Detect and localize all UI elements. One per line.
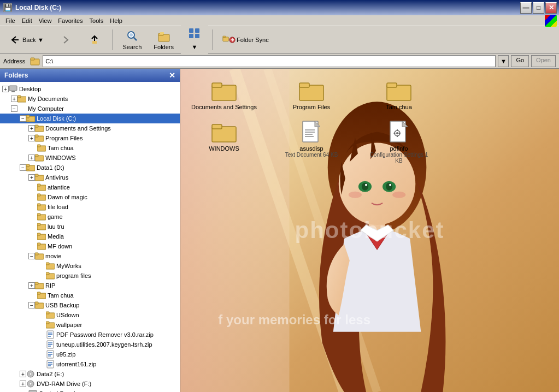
tree-expander-my-documents[interactable]: + bbox=[11, 96, 17, 102]
menu-tools[interactable]: Tools bbox=[86, 16, 107, 25]
tree-item-tuneup[interactable]: tuneup.utilities.2007.keygen-tsrh.zip bbox=[0, 340, 180, 349]
folder-sync-button[interactable]: Folder Sync bbox=[217, 31, 274, 49]
tree-item-tam-chua-d[interactable]: Tam chua bbox=[0, 290, 180, 300]
tree-item-mf-down[interactable]: MF down bbox=[0, 241, 180, 251]
svg-rect-1 bbox=[92, 41, 97, 44]
tree-item-dvd-ram-f[interactable]: +DVD-RAM Drive (F:) bbox=[0, 379, 180, 389]
tree-expander-dvd-ram-f[interactable]: + bbox=[20, 381, 26, 387]
tree-item-movie[interactable]: −movie bbox=[0, 251, 180, 261]
content-row-2: WINDOWS asusdisp bbox=[191, 121, 548, 164]
tree-item-my-documents[interactable]: +My Documents bbox=[0, 94, 180, 104]
tree-item-pdf-password[interactable]: PDF Password Remover v3.0.rar.zip bbox=[0, 330, 180, 340]
open-button[interactable]: Open bbox=[531, 55, 556, 67]
svg-text:C:: C: bbox=[27, 118, 30, 121]
tree-expander-movie[interactable]: − bbox=[28, 253, 35, 259]
maximize-button[interactable]: □ bbox=[533, 2, 544, 14]
tree-icon-wallpaper bbox=[46, 320, 55, 329]
tree-expander-usdown bbox=[37, 311, 46, 319]
tree-item-usb-backup[interactable]: −USB Backup bbox=[0, 300, 180, 310]
svg-rect-42 bbox=[37, 204, 40, 206]
menu-view[interactable]: View bbox=[36, 16, 55, 25]
svg-rect-50 bbox=[37, 243, 40, 245]
tree-expander-windows[interactable]: + bbox=[28, 155, 35, 161]
tree-item-utorrent[interactable]: utorrent161.zip bbox=[0, 359, 180, 369]
docs-settings-label: Documents and Settings bbox=[191, 104, 257, 110]
tree-expander-my-computer[interactable]: − bbox=[11, 105, 17, 112]
tree-item-u95zip[interactable]: u95.zip bbox=[0, 349, 180, 359]
tree-label-luu-tru: luu tru bbox=[48, 223, 64, 230]
tree-item-program-files-d[interactable]: program files bbox=[0, 271, 180, 281]
tree-item-program-files[interactable]: +Program Files bbox=[0, 133, 180, 143]
menu-bar: File Edit View Favorites Tools Help bbox=[0, 15, 559, 26]
back-dropdown[interactable]: ▼ bbox=[37, 29, 44, 50]
svg-rect-27 bbox=[35, 135, 38, 137]
back-button[interactable]: Back ▼ bbox=[3, 27, 49, 52]
tree-item-data1-d[interactable]: −C:Data1 (D:) bbox=[0, 163, 180, 173]
tree-expander-data2-e[interactable]: + bbox=[20, 371, 26, 377]
tree-item-windows[interactable]: +WINDOWS bbox=[0, 153, 180, 163]
program-files-item[interactable]: Program Files bbox=[279, 80, 344, 110]
go-button[interactable]: Go bbox=[511, 55, 529, 67]
search-button[interactable]: Search bbox=[117, 27, 146, 52]
tree-item-myworks[interactable]: MyWorks bbox=[0, 261, 180, 271]
menu-help[interactable]: Help bbox=[107, 16, 126, 25]
minimize-button[interactable]: — bbox=[520, 2, 532, 14]
tree-expander-antivirus[interactable]: + bbox=[28, 174, 35, 181]
up-button[interactable] bbox=[81, 31, 108, 49]
tree-expander-tam-chua-d bbox=[28, 291, 37, 300]
menu-file[interactable]: File bbox=[2, 16, 19, 25]
forward-button[interactable] bbox=[51, 31, 79, 49]
folders-tree[interactable]: +Desktop+My Documents−My Computer−C:Loca… bbox=[0, 82, 180, 392]
tree-icon-tuneup bbox=[46, 340, 55, 349]
tree-item-usdown[interactable]: USdown bbox=[0, 310, 180, 320]
tree-item-dawn-of-magic[interactable]: Dawn of magic bbox=[0, 192, 180, 202]
close-button[interactable]: ✕ bbox=[545, 2, 557, 14]
tree-item-rip[interactable]: +RIP bbox=[0, 281, 180, 290]
tree-item-docs-and-settings[interactable]: +Documents and Settings bbox=[0, 123, 180, 133]
tree-expander-usb-backup[interactable]: − bbox=[28, 302, 35, 308]
tree-expander-desktop[interactable]: + bbox=[2, 86, 9, 92]
tree-item-desktop[interactable]: +Desktop bbox=[0, 84, 180, 94]
asusdisp-label: asusdisp bbox=[299, 145, 323, 152]
tree-item-data2-e[interactable]: +Data2 (E:) bbox=[0, 369, 180, 379]
tree-item-wallpaper[interactable]: wallpaper bbox=[0, 320, 180, 330]
tree-label-rip: RIP bbox=[45, 282, 55, 289]
svg-text:C:: C: bbox=[27, 167, 30, 170]
folders-icon bbox=[157, 29, 170, 43]
tree-item-antivirus[interactable]: +Antivirus bbox=[0, 173, 180, 182]
docs-settings-item[interactable]: Documents and Settings bbox=[191, 80, 257, 110]
tree-item-my-computer[interactable]: −My Computer bbox=[0, 104, 180, 114]
menu-edit[interactable]: Edit bbox=[19, 16, 36, 25]
tree-item-tam-chua[interactable]: Tam chua bbox=[0, 143, 180, 153]
tree-icon-antivirus bbox=[35, 173, 44, 182]
folders-close-button[interactable]: ✕ bbox=[169, 71, 175, 80]
tree-expander-local-disk-c[interactable]: − bbox=[20, 115, 26, 122]
title-bar: 💾 Local Disk (C:) — □ ✕ bbox=[0, 0, 559, 15]
folders-button[interactable]: Folders bbox=[149, 27, 179, 52]
tree-expander-program-files[interactable]: + bbox=[28, 135, 35, 141]
address-input[interactable]: C:\ bbox=[43, 55, 496, 67]
window-icon: 💾 bbox=[3, 3, 12, 12]
tree-item-media[interactable]: Media bbox=[0, 231, 180, 241]
tam-chua-item[interactable]: Tam chua bbox=[366, 80, 432, 110]
tree-item-atlantice[interactable]: atlantice bbox=[0, 182, 180, 192]
tree-item-file-load[interactable]: file load bbox=[0, 202, 180, 212]
menu-favorites[interactable]: Favorites bbox=[55, 16, 86, 25]
svg-rect-16 bbox=[31, 58, 34, 60]
tree-expander-rip[interactable]: + bbox=[28, 282, 35, 289]
svg-point-4 bbox=[130, 33, 133, 37]
tree-expander-docs-and-settings[interactable]: + bbox=[28, 125, 35, 132]
address-dropdown-button[interactable]: ▼ bbox=[498, 55, 509, 67]
tree-item-game[interactable]: game bbox=[0, 212, 180, 222]
asusdisp-item[interactable]: asusdisp Text Document 64 KB bbox=[279, 121, 344, 158]
pdfinfo-item[interactable]: pdfinfo Configuration Settings 1 KB bbox=[366, 121, 432, 164]
tree-item-control-panel[interactable]: Control Panel bbox=[0, 389, 180, 392]
views-button[interactable]: ▼ bbox=[181, 25, 208, 55]
tree-item-luu-tru[interactable]: luu tru bbox=[0, 222, 180, 231]
windows-item[interactable]: WINDOWS bbox=[191, 121, 257, 152]
tree-expander-data1-d[interactable]: − bbox=[20, 164, 26, 171]
tree-icon-my-documents bbox=[17, 94, 26, 103]
svg-rect-64 bbox=[46, 312, 49, 314]
views-dropdown[interactable]: ▼ bbox=[191, 41, 198, 53]
tree-item-local-disk-c[interactable]: −C:Local Disk (C:) bbox=[0, 114, 180, 123]
